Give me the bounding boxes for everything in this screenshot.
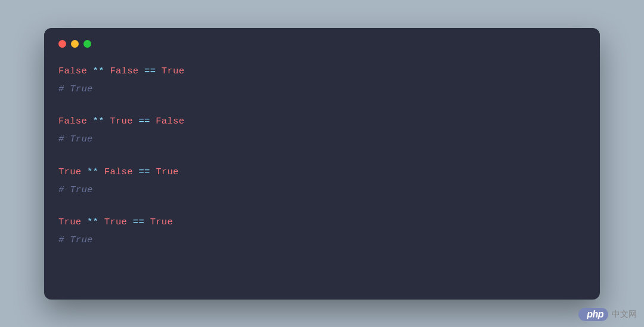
- comment: # True: [58, 134, 93, 144]
- comment: # True: [58, 84, 93, 94]
- php-logo-badge: php: [578, 308, 608, 321]
- keyword-true: True: [156, 166, 178, 177]
- keyword-false: False: [58, 116, 87, 127]
- code-line-2: # True: [58, 82, 586, 96]
- keyword-true: True: [150, 217, 173, 227]
- operator-power: **: [87, 66, 110, 76]
- operator-equals: ==: [133, 116, 156, 127]
- operator-power: **: [81, 217, 104, 227]
- blank-line: [58, 100, 586, 115]
- window-controls: [58, 40, 586, 48]
- keyword-false: False: [156, 116, 184, 127]
- operator-equals: ==: [127, 217, 150, 227]
- code-line-3: False ** True == False: [58, 115, 586, 128]
- code-line-5: True ** False == True: [58, 165, 586, 179]
- watermark-text: 中文网: [612, 309, 637, 320]
- operator-power: **: [81, 166, 104, 177]
- keyword-false: False: [104, 166, 133, 177]
- keyword-true: True: [58, 166, 81, 177]
- keyword-true: True: [162, 66, 184, 76]
- maximize-button[interactable]: [83, 40, 91, 48]
- keyword-false: False: [110, 66, 138, 76]
- code-line-8: # True: [58, 233, 586, 247]
- comment: # True: [58, 184, 93, 195]
- comment: # True: [58, 235, 93, 245]
- keyword-true: True: [110, 116, 132, 127]
- keyword-true: True: [58, 217, 81, 227]
- code-block: False ** False == True # True False ** T…: [58, 64, 586, 248]
- watermark: php 中文网: [578, 308, 637, 321]
- blank-line: [58, 151, 586, 165]
- code-line-4: # True: [58, 132, 586, 146]
- operator-power: **: [87, 116, 110, 127]
- close-button[interactable]: [58, 40, 66, 48]
- code-line-6: # True: [58, 183, 586, 197]
- blank-line: [58, 201, 586, 215]
- code-line-1: False ** False == True: [58, 64, 586, 78]
- code-line-7: True ** True == True: [58, 215, 586, 229]
- operator-equals: ==: [133, 166, 156, 177]
- minimize-button[interactable]: [71, 40, 79, 48]
- keyword-false: False: [58, 66, 87, 76]
- keyword-true: True: [104, 217, 127, 227]
- code-window: False ** False == True # True False ** T…: [44, 28, 600, 300]
- operator-equals: ==: [138, 66, 161, 76]
